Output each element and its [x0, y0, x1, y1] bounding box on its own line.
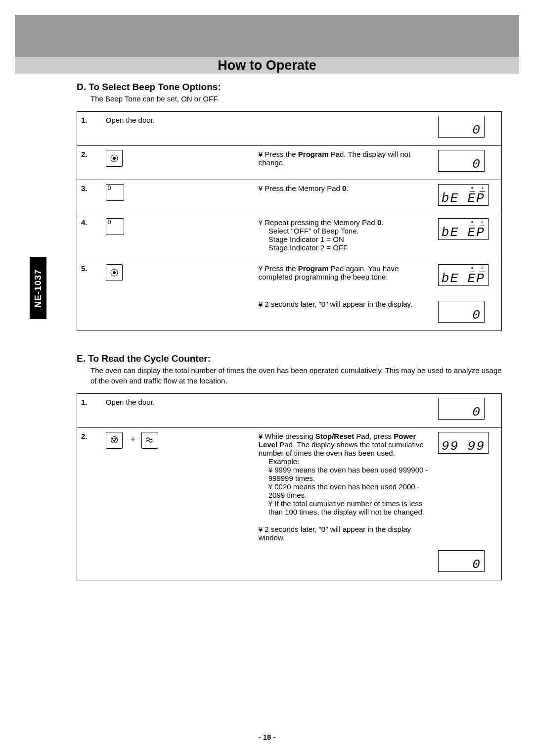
step-description: ¥ Press the Memory Pad 0.: [255, 180, 434, 214]
desc-text: ¥ Repeat pressing the Memory Pad: [259, 218, 377, 227]
lcd-display: 0: [438, 550, 485, 572]
desc-later: ¥ 2 seconds later, "0" will appear in th…: [259, 525, 430, 542]
zero-pad-icon: 0: [106, 184, 124, 201]
section-e-title: E. To Read the Cycle Counter:: [77, 353, 507, 364]
table-row: 5. ¥ Press the Program Pad again. You ha…: [77, 260, 502, 331]
desc-bold: Stop/Reset: [315, 432, 354, 440]
lcd-display: ● 2 bE EP: [438, 218, 489, 240]
lcd-text: 0: [442, 158, 481, 171]
step-display-cell: 0: [434, 146, 502, 180]
lcd-display: 0: [438, 301, 485, 323]
lcd-text: bE EP: [442, 226, 485, 239]
example-item: ¥ If the total cumulative number of time…: [268, 499, 430, 516]
svg-point-1: [113, 157, 116, 160]
zero-pad-icon: 0: [106, 218, 124, 235]
lcd-text: 0: [442, 558, 481, 571]
table-row: 2. +: [77, 427, 502, 580]
table-row: 1. Open the door. 0: [77, 393, 502, 427]
manual-page: How to Operate NE-1037 D. To Select Beep…: [0, 0, 534, 756]
step-display-cell: ● 1 bE EP: [434, 180, 502, 214]
lcd-display: 0: [438, 150, 485, 172]
stop-reset-icon: [109, 435, 119, 445]
step-number: 3.: [77, 180, 102, 214]
lcd-text: 0: [442, 309, 481, 322]
step-description: [255, 393, 434, 427]
example-item: ¥ 9999 means the oven has been used 9999…: [268, 466, 430, 482]
step-number: 5.: [77, 260, 102, 331]
example-label: Example:: [268, 457, 430, 466]
desc-bold: Program: [298, 264, 329, 273]
step-number: 1.: [77, 393, 102, 427]
step-description: ¥ Repeat pressing the Memory Pad 0. Sele…: [255, 214, 434, 260]
power-wave-icon: [145, 435, 155, 445]
step-display-cell: 0: [434, 112, 502, 146]
step-control: 0: [102, 214, 255, 260]
lcd-text: 0: [442, 406, 481, 419]
section-d-intro: The Beep Tone can be set, ON or OFF.: [90, 94, 507, 104]
desc-text: ¥ While pressing: [259, 432, 315, 440]
lcd-display: ● 2 bE EP: [438, 264, 489, 286]
desc-text: .: [346, 184, 348, 192]
lcd-display: 99 99: [438, 432, 489, 454]
page-number: - 18 -: [0, 733, 534, 741]
step-control: Open the door.: [102, 393, 255, 427]
step-control: [102, 146, 255, 180]
page-title: How to Operate: [15, 57, 519, 74]
step-control: 0: [102, 180, 255, 214]
top-dark-band: [15, 15, 519, 57]
record-dot-icon: [109, 153, 119, 163]
table-row: 4. 0 ¥ Repeat pressing the Memory Pad 0.…: [77, 214, 502, 260]
desc-text: Pad, press: [354, 432, 394, 440]
program-pad-icon: [106, 264, 123, 281]
step-display-cell: 99 99 0: [434, 427, 502, 580]
desc-extra: Stage Indicator 2 = OFF: [268, 243, 430, 252]
step-display-cell: 0: [434, 393, 502, 427]
lcd-display: ● 1 bE EP: [438, 184, 489, 206]
step-control: +: [102, 427, 255, 580]
lcd-text: 0: [442, 124, 481, 137]
desc-text: ¥ Press the Memory Pad: [259, 184, 342, 192]
model-tab: NE-1037: [30, 257, 46, 319]
step-control: Open the door.: [102, 112, 255, 146]
desc-bold: Program: [298, 150, 329, 158]
desc-extra: Stage Indicator 1 = ON: [268, 235, 430, 243]
lcd-text: bE EP: [442, 272, 485, 285]
section-e-table: 1. Open the door. 0 2.: [77, 393, 502, 580]
desc-bold: 0: [377, 218, 381, 227]
lcd-display: 0: [438, 116, 485, 138]
stop-reset-pad-icon: [106, 432, 123, 449]
desc-text: ¥ Press the: [259, 264, 298, 273]
power-level-pad-icon: [141, 432, 158, 449]
step-description: [255, 112, 434, 146]
svg-point-3: [113, 271, 116, 274]
example-item: ¥ 0020 means the oven has been used 2000…: [268, 482, 430, 499]
lcd-display: 0: [438, 398, 485, 420]
table-row: 3. 0 ¥ Press the Memory Pad 0. ● 1 bE EP: [77, 180, 502, 214]
step-display-cell: ● 2 bE EP: [434, 214, 502, 260]
step-number: 2.: [77, 146, 102, 180]
record-dot-icon: [109, 268, 119, 278]
step-control: [102, 260, 255, 331]
desc-later: ¥ 2 seconds later, "0" will appear in th…: [259, 300, 430, 308]
section-d-table: 1. Open the door. 0 2.: [77, 111, 502, 331]
step-number: 1.: [77, 112, 102, 146]
step-description: ¥ While pressing Stop/Reset Pad, press P…: [255, 427, 434, 580]
step-number: 2.: [77, 427, 102, 580]
section-d-title: D. To Select Beep Tone Options:: [77, 82, 507, 93]
section-e-intro: The oven can display the total number of…: [90, 366, 507, 386]
program-pad-icon: [106, 150, 123, 167]
step-description: ¥ Press the Program Pad again. You have …: [255, 260, 434, 331]
step-number: 4.: [77, 214, 102, 260]
step-description: ¥ Press the Program Pad. The display wil…: [255, 146, 434, 180]
lcd-text: 99 99: [442, 440, 485, 453]
plus-symbol: +: [127, 432, 139, 444]
desc-text: Pad. The display shows the total cumulat…: [259, 440, 424, 457]
table-row: 1. Open the door. 0: [77, 112, 502, 146]
table-row: 2. ¥ Press the Program Pad. The display …: [77, 146, 502, 180]
desc-extra: Select "OFF" of Beep Tone.: [268, 227, 430, 235]
lcd-text: bE EP: [442, 192, 485, 205]
desc-text: .: [381, 218, 383, 227]
step-display-cell: ● 2 bE EP 0: [434, 260, 502, 331]
desc-text: ¥ Press the: [259, 150, 298, 158]
